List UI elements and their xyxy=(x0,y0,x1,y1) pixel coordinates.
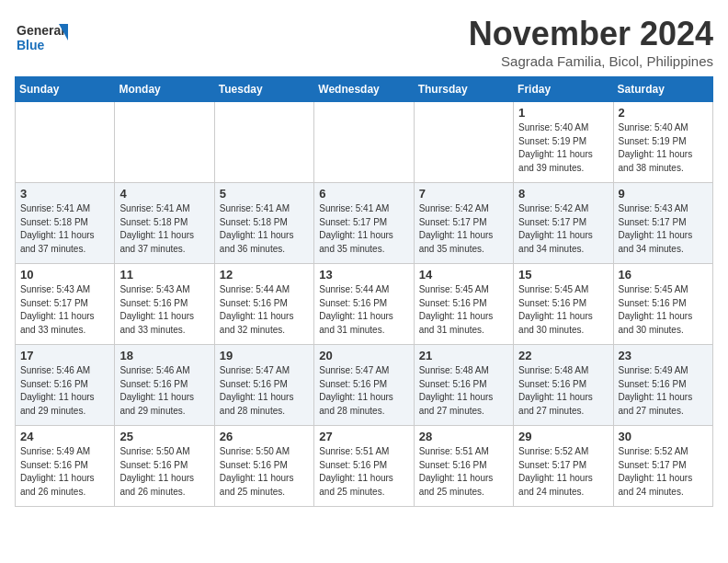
calendar-cell xyxy=(115,102,214,183)
cell-info: Sunrise: 5:41 AM Sunset: 5:18 PM Dayligh… xyxy=(220,202,309,256)
cell-info: Sunrise: 5:50 AM Sunset: 5:16 PM Dayligh… xyxy=(119,445,209,499)
day-number: 12 xyxy=(220,268,309,282)
cell-info: Sunrise: 5:51 AM Sunset: 5:16 PM Dayligh… xyxy=(419,445,508,499)
day-number: 7 xyxy=(419,187,508,201)
cell-info: Sunrise: 5:46 AM Sunset: 5:16 PM Dayligh… xyxy=(20,364,109,418)
calendar-cell: 23Sunrise: 5:49 AM Sunset: 5:16 PM Dayli… xyxy=(613,345,712,426)
cell-info: Sunrise: 5:42 AM Sunset: 5:17 PM Dayligh… xyxy=(419,202,508,256)
cell-info: Sunrise: 5:50 AM Sunset: 5:16 PM Dayligh… xyxy=(220,445,309,499)
calendar-cell: 13Sunrise: 5:44 AM Sunset: 5:16 PM Dayli… xyxy=(314,264,414,345)
day-number: 23 xyxy=(619,349,708,362)
day-number: 1 xyxy=(518,106,608,120)
calendar-cell: 26Sunrise: 5:50 AM Sunset: 5:16 PM Dayli… xyxy=(214,426,313,507)
cell-info: Sunrise: 5:40 AM Sunset: 5:19 PM Dayligh… xyxy=(518,121,608,175)
calendar-cell: 10Sunrise: 5:43 AM Sunset: 5:17 PM Dayli… xyxy=(16,264,115,345)
day-number: 29 xyxy=(518,430,608,443)
day-header-thursday: Thursday xyxy=(414,77,513,102)
calendar-cell: 30Sunrise: 5:52 AM Sunset: 5:17 PM Dayli… xyxy=(613,426,712,507)
cell-info: Sunrise: 5:44 AM Sunset: 5:16 PM Dayligh… xyxy=(220,283,309,337)
cell-info: Sunrise: 5:48 AM Sunset: 5:16 PM Dayligh… xyxy=(419,364,508,418)
calendar-cell xyxy=(16,102,115,183)
logo-icon: General Blue xyxy=(15,15,70,61)
day-number: 6 xyxy=(319,187,408,201)
calendar-cell: 14Sunrise: 5:45 AM Sunset: 5:16 PM Dayli… xyxy=(414,264,513,345)
cell-info: Sunrise: 5:48 AM Sunset: 5:16 PM Dayligh… xyxy=(518,364,608,418)
calendar-cell: 27Sunrise: 5:51 AM Sunset: 5:16 PM Dayli… xyxy=(314,426,414,507)
calendar-cell: 19Sunrise: 5:47 AM Sunset: 5:16 PM Dayli… xyxy=(214,345,313,426)
cell-info: Sunrise: 5:45 AM Sunset: 5:16 PM Dayligh… xyxy=(619,283,708,337)
cell-info: Sunrise: 5:43 AM Sunset: 5:17 PM Dayligh… xyxy=(20,283,109,337)
calendar-cell: 28Sunrise: 5:51 AM Sunset: 5:16 PM Dayli… xyxy=(414,426,513,507)
page-header: General Blue November 2024 Sagrada Famil… xyxy=(15,15,713,69)
calendar-week-1: 1Sunrise: 5:40 AM Sunset: 5:19 PM Daylig… xyxy=(16,102,713,183)
calendar-cell: 7Sunrise: 5:42 AM Sunset: 5:17 PM Daylig… xyxy=(414,183,513,264)
cell-info: Sunrise: 5:47 AM Sunset: 5:16 PM Dayligh… xyxy=(319,364,408,418)
calendar-cell: 9Sunrise: 5:43 AM Sunset: 5:17 PM Daylig… xyxy=(613,183,712,264)
cell-info: Sunrise: 5:45 AM Sunset: 5:16 PM Dayligh… xyxy=(419,283,508,337)
calendar-cell: 4Sunrise: 5:41 AM Sunset: 5:18 PM Daylig… xyxy=(115,183,214,264)
day-number: 30 xyxy=(619,430,708,443)
day-header-wednesday: Wednesday xyxy=(314,77,414,102)
month-title: November 2024 xyxy=(469,15,713,53)
day-number: 2 xyxy=(619,106,708,120)
calendar-week-2: 3Sunrise: 5:41 AM Sunset: 5:18 PM Daylig… xyxy=(16,183,713,264)
day-header-saturday: Saturday xyxy=(613,77,712,102)
cell-info: Sunrise: 5:40 AM Sunset: 5:19 PM Dayligh… xyxy=(619,121,708,175)
day-number: 24 xyxy=(20,430,109,443)
day-number: 3 xyxy=(20,187,109,201)
calendar-cell: 25Sunrise: 5:50 AM Sunset: 5:16 PM Dayli… xyxy=(115,426,214,507)
calendar-cell: 16Sunrise: 5:45 AM Sunset: 5:16 PM Dayli… xyxy=(613,264,712,345)
calendar-body: 1Sunrise: 5:40 AM Sunset: 5:19 PM Daylig… xyxy=(16,102,713,507)
calendar-cell: 1Sunrise: 5:40 AM Sunset: 5:19 PM Daylig… xyxy=(514,102,613,183)
day-number: 25 xyxy=(119,430,209,443)
calendar-cell: 29Sunrise: 5:52 AM Sunset: 5:17 PM Dayli… xyxy=(514,426,613,507)
calendar-cell: 21Sunrise: 5:48 AM Sunset: 5:16 PM Dayli… xyxy=(414,345,513,426)
day-number: 26 xyxy=(220,430,309,443)
calendar-cell: 20Sunrise: 5:47 AM Sunset: 5:16 PM Dayli… xyxy=(314,345,414,426)
svg-text:Blue: Blue xyxy=(17,38,45,52)
cell-info: Sunrise: 5:42 AM Sunset: 5:17 PM Dayligh… xyxy=(518,202,608,256)
day-number: 5 xyxy=(220,187,309,201)
day-number: 28 xyxy=(419,430,508,443)
day-number: 4 xyxy=(119,187,209,201)
day-number: 18 xyxy=(119,349,209,362)
day-number: 10 xyxy=(20,268,109,282)
calendar-week-3: 10Sunrise: 5:43 AM Sunset: 5:17 PM Dayli… xyxy=(16,264,713,345)
calendar-week-4: 17Sunrise: 5:46 AM Sunset: 5:16 PM Dayli… xyxy=(16,345,713,426)
calendar-header: SundayMondayTuesdayWednesdayThursdayFrid… xyxy=(16,77,713,102)
cell-info: Sunrise: 5:41 AM Sunset: 5:18 PM Dayligh… xyxy=(20,202,109,256)
cell-info: Sunrise: 5:49 AM Sunset: 5:16 PM Dayligh… xyxy=(20,445,109,499)
day-number: 20 xyxy=(319,349,408,362)
day-header-monday: Monday xyxy=(115,77,214,102)
day-number: 11 xyxy=(119,268,209,282)
day-header-sunday: Sunday xyxy=(16,77,115,102)
day-number: 15 xyxy=(518,268,608,282)
cell-info: Sunrise: 5:46 AM Sunset: 5:16 PM Dayligh… xyxy=(119,364,209,418)
day-header-tuesday: Tuesday xyxy=(214,77,313,102)
cell-info: Sunrise: 5:52 AM Sunset: 5:17 PM Dayligh… xyxy=(619,445,708,499)
calendar-cell: 11Sunrise: 5:43 AM Sunset: 5:16 PM Dayli… xyxy=(115,264,214,345)
day-number: 21 xyxy=(419,349,508,362)
day-number: 27 xyxy=(319,430,408,443)
cell-info: Sunrise: 5:41 AM Sunset: 5:18 PM Dayligh… xyxy=(119,202,209,256)
location-subtitle: Sagrada Familia, Bicol, Philippines xyxy=(469,53,713,69)
cell-info: Sunrise: 5:49 AM Sunset: 5:16 PM Dayligh… xyxy=(619,364,708,418)
calendar-table: SundayMondayTuesdayWednesdayThursdayFrid… xyxy=(15,76,713,507)
day-number: 17 xyxy=(20,349,109,362)
cell-info: Sunrise: 5:51 AM Sunset: 5:16 PM Dayligh… xyxy=(319,445,408,499)
calendar-cell xyxy=(214,102,313,183)
calendar-cell: 3Sunrise: 5:41 AM Sunset: 5:18 PM Daylig… xyxy=(16,183,115,264)
day-number: 19 xyxy=(220,349,309,362)
title-block: November 2024 Sagrada Familia, Bicol, Ph… xyxy=(469,15,713,69)
logo: General Blue xyxy=(15,15,70,61)
cell-info: Sunrise: 5:45 AM Sunset: 5:16 PM Dayligh… xyxy=(518,283,608,337)
cell-info: Sunrise: 5:44 AM Sunset: 5:16 PM Dayligh… xyxy=(319,283,408,337)
cell-info: Sunrise: 5:43 AM Sunset: 5:17 PM Dayligh… xyxy=(619,202,708,256)
day-number: 22 xyxy=(518,349,608,362)
day-number: 16 xyxy=(619,268,708,282)
day-number: 8 xyxy=(518,187,608,201)
day-number: 14 xyxy=(419,268,508,282)
svg-text:General: General xyxy=(17,23,64,38)
cell-info: Sunrise: 5:52 AM Sunset: 5:17 PM Dayligh… xyxy=(518,445,608,499)
calendar-cell: 22Sunrise: 5:48 AM Sunset: 5:16 PM Dayli… xyxy=(514,345,613,426)
